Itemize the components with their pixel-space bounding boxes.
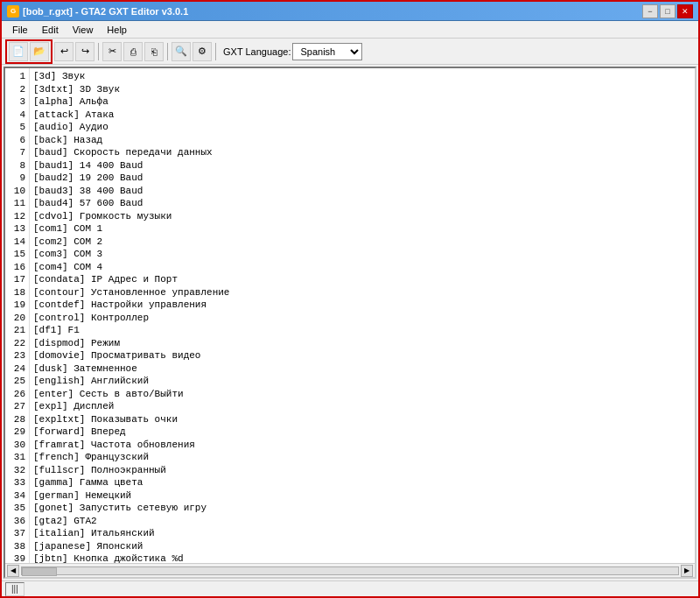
line-number: 26 [9, 388, 25, 401]
line-number: 16 [9, 261, 25, 274]
line-number: 8 [9, 159, 25, 172]
editor-area: 1234567891011121314151617181920212223242… [4, 67, 696, 579]
menu-file[interactable]: File [5, 23, 35, 37]
line-number: 22 [9, 337, 25, 350]
text-line: [enter] Сесть в авто/Выйти [33, 388, 691, 401]
redo-button[interactable]: ↪ [75, 42, 94, 61]
separator-3 [215, 43, 216, 60]
text-line: [attack] Атака [33, 109, 691, 122]
editor-inner: 1234567891011121314151617181920212223242… [5, 68, 695, 563]
status-segment: ||| [5, 582, 24, 596]
line-number: 3 [9, 95, 25, 109]
menu-edit[interactable]: Edit [35, 23, 66, 37]
text-line: [baud4] 57 600 Baud [33, 197, 691, 210]
line-number: 30 [9, 439, 25, 452]
scroll-thumb[interactable] [22, 567, 57, 576]
paste-button[interactable]: ⎗ [144, 42, 164, 61]
text-line: [gonet] Запустить сетевую игру [33, 502, 691, 515]
text-line: [forward] Вперед [33, 426, 691, 439]
gxt-language-label: GXT Language: [223, 46, 290, 57]
gxt-language-dropdown[interactable]: Spanish English French German Italian Ja… [292, 43, 362, 60]
text-line: [gamma] Гамма цвета [33, 476, 691, 489]
scroll-left-arrow[interactable]: ◀ [7, 565, 19, 577]
line-number: 23 [9, 349, 25, 362]
text-line: [gta2] GTA2 [33, 515, 691, 528]
text-line: [alpha] Альфа [33, 95, 691, 109]
cut-button[interactable]: ✂ [102, 42, 122, 61]
main-window: G [bob_r.gxt] - GTA2 GXT Editor v3.0.1 −… [0, 0, 700, 598]
horizontal-scrollbar[interactable]: ◀ ▶ [5, 563, 695, 577]
line-number: 39 [9, 552, 25, 563]
line-number: 17 [9, 273, 25, 286]
text-line: [dusk] Затемненное [33, 362, 691, 376]
line-number: 14 [9, 236, 25, 249]
text-line: [french] Французский [33, 451, 691, 464]
text-line: [condata] IP Адрес и Порт [33, 273, 691, 286]
line-number: 2 [9, 83, 25, 96]
scroll-right-arrow[interactable]: ▶ [681, 565, 693, 577]
text-line: [baud1] 14 400 Baud [33, 159, 691, 172]
text-line: [com3] COM 3 [33, 248, 691, 261]
text-line: [jbtn] Кнопка джойстика %d [33, 552, 691, 563]
line-number: 29 [9, 426, 25, 439]
close-button[interactable]: ✕ [677, 4, 693, 18]
line-number: 28 [9, 413, 25, 426]
text-line: [contour] Установленное управление [33, 286, 691, 299]
separator-2 [167, 43, 168, 60]
line-number: 21 [9, 324, 25, 337]
line-number: 9 [9, 172, 25, 185]
line-numbers: 1234567891011121314151617181920212223242… [5, 68, 30, 563]
new-button[interactable]: 📄 [9, 42, 28, 61]
search-button[interactable]: 🔍 [172, 42, 191, 61]
minimize-button[interactable]: − [642, 4, 658, 18]
line-number: 24 [9, 362, 25, 376]
line-number: 11 [9, 197, 25, 210]
text-line: [back] Назад [33, 134, 691, 147]
line-number: 32 [9, 464, 25, 477]
menu-view[interactable]: View [66, 23, 101, 37]
line-number: 37 [9, 527, 25, 540]
app-icon: G [7, 5, 19, 18]
status-text: ||| [11, 584, 18, 594]
line-number: 12 [9, 210, 25, 223]
menu-bar: File Edit View Help [2, 21, 698, 39]
text-line: [com4] COM 4 [33, 261, 691, 274]
line-number: 6 [9, 134, 25, 147]
copy-button[interactable]: ⎙ [123, 42, 143, 61]
undo-button[interactable]: ↩ [54, 42, 74, 61]
text-line: [baud3] 38 400 Baud [33, 185, 691, 198]
menu-help[interactable]: Help [100, 23, 134, 37]
text-line: [german] Немецкий [33, 489, 691, 503]
title-bar-controls: − □ ✕ [642, 4, 693, 18]
text-content[interactable]: [3d] Звук[3dtxt] 3D Звук[alpha] Альфа[at… [30, 68, 695, 563]
maximize-button[interactable]: □ [660, 4, 676, 18]
text-line: [contdef] Настройки управления [33, 299, 691, 312]
line-number: 10 [9, 185, 25, 198]
text-line: [df1] F1 [33, 324, 691, 337]
scroll-track[interactable] [21, 566, 679, 575]
line-number: 36 [9, 515, 25, 528]
text-line: [japanese] Японский [33, 540, 691, 553]
line-number: 20 [9, 312, 25, 325]
line-number: 35 [9, 502, 25, 515]
text-line: [baud] Скорость передачи данных [33, 146, 691, 159]
settings-button[interactable]: ⚙ [192, 42, 212, 61]
toolbar: 📄 📂 ↩ ↪ ✂ ⎙ ⎗ 🔍 ⚙ GXT Language: Spanish … [2, 39, 698, 65]
status-bar: ||| [2, 580, 698, 596]
line-number: 27 [9, 400, 25, 413]
text-line: [expl] Дисплей [33, 400, 691, 413]
text-line: [control] Контроллер [33, 312, 691, 325]
text-line: [baud2] 19 200 Baud [33, 172, 691, 185]
open-button[interactable]: 📂 [30, 42, 49, 61]
window-title: [bob_r.gxt] - GTA2 GXT Editor v3.0.1 [23, 6, 188, 17]
line-number: 34 [9, 489, 25, 503]
text-line: [com1] COM 1 [33, 222, 691, 236]
text-line: [expltxt] Показывать очки [33, 413, 691, 426]
line-number: 4 [9, 109, 25, 122]
text-line: [fullscr] Полноэкранный [33, 464, 691, 477]
text-line: [com2] COM 2 [33, 236, 691, 249]
line-number: 19 [9, 299, 25, 312]
line-number: 15 [9, 248, 25, 261]
line-number: 25 [9, 375, 25, 388]
text-line: [english] Английский [33, 375, 691, 388]
